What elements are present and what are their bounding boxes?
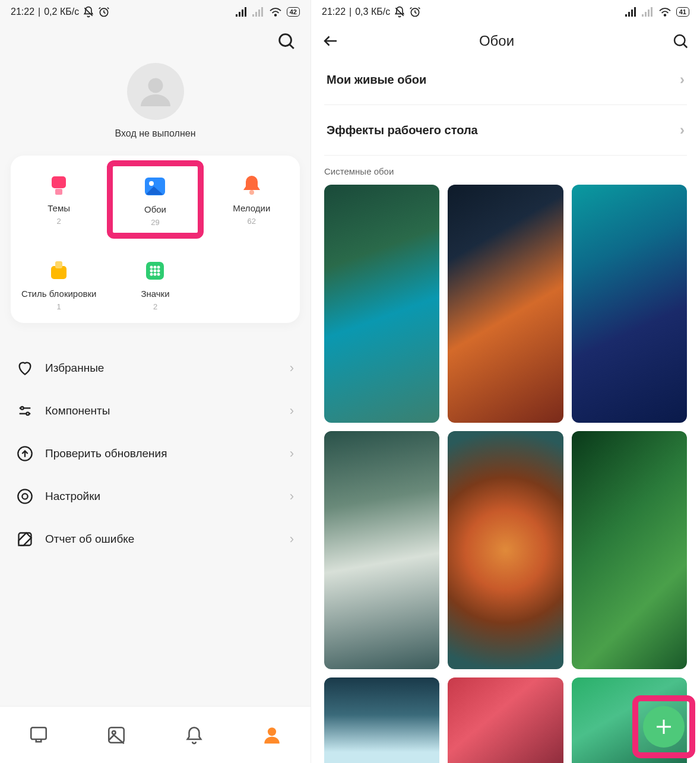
svg-rect-7 bbox=[255, 12, 257, 17]
bell-off-icon bbox=[394, 6, 406, 18]
svg-rect-40 bbox=[109, 727, 124, 743]
wifi-icon bbox=[658, 7, 672, 17]
login-status-text: Вход не выполнен bbox=[115, 128, 196, 139]
clock-text: 21:22 bbox=[322, 7, 346, 17]
wallpaper-thumbnail[interactable] bbox=[324, 677, 439, 763]
svg-rect-20 bbox=[55, 261, 62, 268]
wallpaper-thumbnail[interactable] bbox=[324, 431, 439, 669]
svg-point-37 bbox=[22, 493, 27, 499]
svg-point-24 bbox=[157, 266, 160, 269]
svg-point-55 bbox=[674, 35, 685, 46]
wallpaper-thumbnail[interactable] bbox=[572, 185, 687, 423]
upload-icon bbox=[17, 445, 33, 462]
wallpaper-thumbnail[interactable] bbox=[448, 677, 563, 763]
grid-item-lockstyle[interactable]: Стиль блокировки 1 bbox=[11, 257, 107, 311]
wallpaper-thumbnail[interactable] bbox=[324, 185, 439, 423]
grid-item-wallpapers[interactable]: Обои 29 bbox=[126, 172, 184, 227]
wallpaper-grid bbox=[311, 185, 700, 763]
grid-app-icon bbox=[141, 257, 169, 285]
svg-rect-51 bbox=[648, 10, 650, 17]
wallpaper-thumbnail[interactable] bbox=[572, 431, 687, 669]
menu-favorites[interactable]: Избранные › bbox=[6, 347, 305, 390]
wallpaper-thumbnail[interactable] bbox=[448, 185, 563, 423]
signal-2-icon bbox=[252, 7, 264, 17]
heart-icon bbox=[17, 360, 33, 376]
highlighted-fab bbox=[632, 695, 695, 758]
search-icon[interactable] bbox=[672, 32, 689, 50]
wifi-icon bbox=[269, 7, 282, 17]
svg-point-22 bbox=[150, 266, 153, 269]
svg-rect-46 bbox=[628, 12, 630, 17]
svg-point-11 bbox=[280, 34, 292, 46]
nav-wallpapers[interactable] bbox=[102, 721, 131, 749]
add-wallpaper-button[interactable] bbox=[643, 706, 685, 748]
login-block[interactable]: Вход не выполнен bbox=[0, 63, 311, 139]
svg-point-23 bbox=[154, 266, 157, 269]
menu-list: Избранные › Компоненты › Проверить обнов… bbox=[6, 347, 305, 561]
clock-text: 21:22 bbox=[11, 7, 34, 17]
svg-point-42 bbox=[268, 727, 276, 736]
svg-point-25 bbox=[150, 270, 153, 273]
nav-profile-active[interactable] bbox=[258, 721, 286, 749]
chevron-right-icon: › bbox=[290, 446, 294, 461]
menu-report[interactable]: Отчет об ошибке › bbox=[6, 518, 305, 561]
svg-rect-5 bbox=[245, 7, 246, 17]
alarm-icon bbox=[98, 6, 110, 18]
svg-point-17 bbox=[149, 181, 154, 186]
theme-icon bbox=[45, 171, 73, 200]
grid-item-ringtones[interactable]: Мелодии 62 bbox=[204, 171, 300, 239]
svg-point-53 bbox=[664, 14, 666, 16]
svg-rect-39 bbox=[31, 727, 47, 739]
menu-updates[interactable]: Проверить обновления › bbox=[6, 432, 305, 475]
grid-item-icons[interactable]: Значки 2 bbox=[107, 257, 203, 311]
svg-point-10 bbox=[274, 14, 276, 16]
svg-point-18 bbox=[249, 190, 254, 195]
nav-ringtones[interactable] bbox=[180, 721, 208, 749]
chevron-right-icon: › bbox=[290, 489, 294, 504]
svg-point-29 bbox=[154, 273, 157, 276]
menu-components[interactable]: Компоненты › bbox=[6, 390, 305, 432]
svg-rect-49 bbox=[642, 14, 644, 17]
svg-rect-4 bbox=[242, 10, 243, 17]
svg-rect-14 bbox=[52, 176, 66, 188]
edit-icon bbox=[17, 531, 33, 547]
speed-text: 0,2 КБ/с bbox=[44, 7, 79, 17]
svg-point-28 bbox=[150, 273, 153, 276]
sliders-icon bbox=[17, 403, 33, 419]
status-bar: 21:22 | 0,2 КБ/с 42 bbox=[0, 0, 311, 24]
wallpaper-thumbnail[interactable] bbox=[448, 431, 563, 669]
signal-icon bbox=[236, 7, 248, 17]
svg-point-27 bbox=[157, 270, 160, 273]
search-icon[interactable] bbox=[276, 31, 296, 51]
svg-point-36 bbox=[18, 489, 31, 503]
svg-line-56 bbox=[683, 44, 687, 48]
bell-off-icon bbox=[83, 6, 94, 18]
alarm-icon bbox=[409, 6, 421, 18]
wallpapers-screen: 21:22 | 0,3 КБ/с 41 bbox=[311, 0, 700, 763]
svg-rect-3 bbox=[239, 12, 240, 17]
picture-icon bbox=[141, 172, 169, 201]
nav-themes[interactable] bbox=[24, 721, 53, 749]
svg-rect-15 bbox=[55, 189, 62, 195]
speed-text: 0,3 КБ/с bbox=[355, 7, 390, 17]
svg-point-41 bbox=[112, 730, 116, 734]
lock-style-icon bbox=[45, 257, 73, 285]
back-icon[interactable] bbox=[322, 32, 340, 50]
status-bar: 21:22 | 0,3 КБ/с 41 bbox=[311, 0, 700, 24]
menu-settings[interactable]: Настройки › bbox=[6, 475, 305, 518]
battery-icon: 41 bbox=[676, 7, 689, 17]
signal-2-icon bbox=[642, 7, 654, 17]
svg-point-33 bbox=[21, 407, 24, 410]
svg-rect-52 bbox=[651, 7, 653, 17]
svg-rect-2 bbox=[236, 14, 237, 17]
svg-point-13 bbox=[148, 78, 163, 93]
grid-item-themes[interactable]: Темы 2 bbox=[11, 171, 107, 239]
category-grid: Темы 2 Обои 29 Мелодии 62 Стиль блокир bbox=[11, 156, 300, 323]
svg-rect-45 bbox=[625, 14, 627, 17]
svg-point-34 bbox=[26, 412, 29, 415]
row-desktop-effects[interactable]: Эффекты рабочего стола › bbox=[311, 105, 700, 155]
svg-rect-8 bbox=[258, 10, 260, 17]
row-live-wallpapers[interactable]: Мои живые обои › bbox=[311, 55, 700, 105]
header: Обои bbox=[311, 24, 700, 55]
svg-point-26 bbox=[154, 270, 157, 273]
